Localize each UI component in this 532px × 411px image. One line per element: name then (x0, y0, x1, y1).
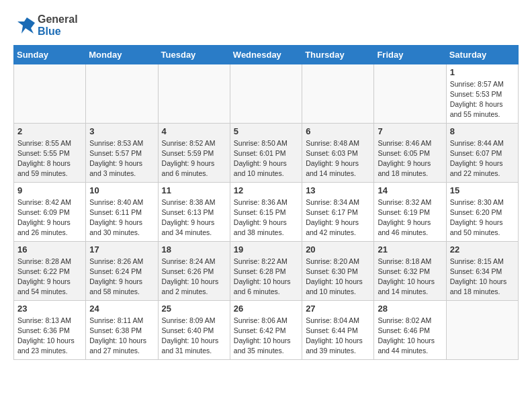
weekday-header-saturday: Saturday (446, 45, 518, 64)
day-info: Sunrise: 8:22 AM Sunset: 6:28 PM Dayligh… (234, 257, 298, 298)
calendar-cell: 9Sunrise: 8:42 AM Sunset: 6:09 PM Daylig… (14, 182, 86, 241)
day-number: 24 (89, 304, 154, 314)
day-number: 11 (162, 185, 226, 195)
page-header: General Blue (13, 13, 519, 38)
calendar-cell: 5Sunrise: 8:50 AM Sunset: 6:01 PM Daylig… (230, 123, 302, 182)
calendar-body: 1Sunrise: 8:57 AM Sunset: 5:53 PM Daylig… (14, 64, 519, 359)
weekday-header-thursday: Thursday (302, 45, 374, 64)
calendar-cell (302, 64, 374, 123)
day-info: Sunrise: 8:15 AM Sunset: 6:34 PM Dayligh… (450, 257, 515, 298)
day-info: Sunrise: 8:18 AM Sunset: 6:32 PM Dayligh… (378, 257, 442, 298)
logo-bird-icon (13, 15, 35, 36)
calendar-week-5: 23Sunrise: 8:13 AM Sunset: 6:36 PM Dayli… (14, 300, 519, 359)
day-info: Sunrise: 8:48 AM Sunset: 6:03 PM Dayligh… (306, 138, 370, 179)
day-number: 13 (306, 185, 370, 195)
calendar-cell: 12Sunrise: 8:36 AM Sunset: 6:15 PM Dayli… (230, 182, 302, 241)
calendar-week-2: 2Sunrise: 8:55 AM Sunset: 5:55 PM Daylig… (14, 123, 519, 182)
calendar-cell: 27Sunrise: 8:04 AM Sunset: 6:44 PM Dayli… (302, 300, 374, 359)
day-number: 19 (234, 244, 298, 255)
calendar-cell: 1Sunrise: 8:57 AM Sunset: 5:53 PM Daylig… (446, 64, 518, 123)
calendar-cell: 2Sunrise: 8:55 AM Sunset: 5:55 PM Daylig… (14, 123, 86, 182)
day-info: Sunrise: 8:04 AM Sunset: 6:44 PM Dayligh… (306, 316, 370, 357)
day-info: Sunrise: 8:42 AM Sunset: 6:09 PM Dayligh… (17, 197, 82, 238)
day-number: 22 (450, 244, 515, 255)
day-number: 4 (162, 126, 226, 136)
weekday-header-monday: Monday (86, 45, 158, 64)
calendar-cell (86, 64, 158, 123)
calendar-cell (374, 64, 446, 123)
day-number: 27 (306, 304, 370, 314)
calendar-table: SundayMondayTuesdayWednesdayThursdayFrid… (13, 45, 519, 360)
day-number: 12 (234, 185, 298, 195)
calendar-cell: 25Sunrise: 8:09 AM Sunset: 6:40 PM Dayli… (158, 300, 230, 359)
day-info: Sunrise: 8:24 AM Sunset: 6:26 PM Dayligh… (162, 257, 226, 298)
calendar-cell: 11Sunrise: 8:38 AM Sunset: 6:13 PM Dayli… (158, 182, 230, 241)
day-info: Sunrise: 8:28 AM Sunset: 6:22 PM Dayligh… (17, 257, 82, 298)
day-number: 5 (234, 126, 298, 136)
day-number: 16 (17, 244, 82, 255)
day-number: 10 (89, 185, 154, 195)
day-number: 28 (378, 304, 442, 314)
day-info: Sunrise: 8:06 AM Sunset: 6:42 PM Dayligh… (234, 316, 298, 357)
calendar-cell: 14Sunrise: 8:32 AM Sunset: 6:19 PM Dayli… (374, 182, 446, 241)
weekday-header-wednesday: Wednesday (230, 45, 302, 64)
weekday-header-tuesday: Tuesday (158, 45, 230, 64)
day-info: Sunrise: 8:57 AM Sunset: 5:53 PM Dayligh… (450, 79, 515, 120)
calendar-cell: 22Sunrise: 8:15 AM Sunset: 6:34 PM Dayli… (446, 241, 518, 300)
day-number: 21 (378, 244, 442, 255)
calendar-cell: 7Sunrise: 8:46 AM Sunset: 6:05 PM Daylig… (374, 123, 446, 182)
calendar-cell: 17Sunrise: 8:26 AM Sunset: 6:24 PM Dayli… (86, 241, 158, 300)
day-number: 18 (162, 244, 226, 255)
logo-combined: General Blue (13, 13, 78, 38)
day-number: 3 (89, 126, 154, 136)
calendar-cell: 21Sunrise: 8:18 AM Sunset: 6:32 PM Dayli… (374, 241, 446, 300)
day-info: Sunrise: 8:38 AM Sunset: 6:13 PM Dayligh… (162, 197, 226, 238)
calendar-cell: 28Sunrise: 8:02 AM Sunset: 6:46 PM Dayli… (374, 300, 446, 359)
day-info: Sunrise: 8:09 AM Sunset: 6:40 PM Dayligh… (162, 316, 226, 357)
day-info: Sunrise: 8:02 AM Sunset: 6:46 PM Dayligh… (378, 316, 442, 357)
day-number: 6 (306, 126, 370, 136)
calendar-cell: 26Sunrise: 8:06 AM Sunset: 6:42 PM Dayli… (230, 300, 302, 359)
day-number: 15 (450, 185, 515, 195)
day-info: Sunrise: 8:11 AM Sunset: 6:38 PM Dayligh… (89, 316, 154, 357)
calendar-cell: 20Sunrise: 8:20 AM Sunset: 6:30 PM Dayli… (302, 241, 374, 300)
calendar-cell: 19Sunrise: 8:22 AM Sunset: 6:28 PM Dayli… (230, 241, 302, 300)
calendar-cell: 15Sunrise: 8:30 AM Sunset: 6:20 PM Dayli… (446, 182, 518, 241)
day-info: Sunrise: 8:55 AM Sunset: 5:55 PM Dayligh… (17, 138, 82, 179)
calendar-week-1: 1Sunrise: 8:57 AM Sunset: 5:53 PM Daylig… (14, 64, 519, 123)
day-info: Sunrise: 8:50 AM Sunset: 6:01 PM Dayligh… (234, 138, 298, 179)
calendar-cell (14, 64, 86, 123)
day-info: Sunrise: 8:40 AM Sunset: 6:11 PM Dayligh… (89, 197, 154, 238)
calendar-cell: 18Sunrise: 8:24 AM Sunset: 6:26 PM Dayli… (158, 241, 230, 300)
calendar-cell: 6Sunrise: 8:48 AM Sunset: 6:03 PM Daylig… (302, 123, 374, 182)
calendar-cell: 23Sunrise: 8:13 AM Sunset: 6:36 PM Dayli… (14, 300, 86, 359)
weekday-header-friday: Friday (374, 45, 446, 64)
day-info: Sunrise: 8:30 AM Sunset: 6:20 PM Dayligh… (450, 197, 515, 238)
day-number: 23 (17, 304, 82, 314)
calendar-cell: 4Sunrise: 8:52 AM Sunset: 5:59 PM Daylig… (158, 123, 230, 182)
day-number: 2 (17, 126, 82, 136)
day-info: Sunrise: 8:44 AM Sunset: 6:07 PM Dayligh… (450, 138, 515, 179)
day-info: Sunrise: 8:13 AM Sunset: 6:36 PM Dayligh… (17, 316, 82, 357)
calendar-week-4: 16Sunrise: 8:28 AM Sunset: 6:22 PM Dayli… (14, 241, 519, 300)
calendar-cell (446, 300, 518, 359)
day-number: 7 (378, 126, 442, 136)
day-info: Sunrise: 8:36 AM Sunset: 6:15 PM Dayligh… (234, 197, 298, 238)
day-number: 25 (162, 304, 226, 314)
weekday-header-row: SundayMondayTuesdayWednesdayThursdayFrid… (14, 45, 519, 64)
calendar-header: SundayMondayTuesdayWednesdayThursdayFrid… (14, 45, 519, 64)
day-number: 1 (450, 67, 515, 77)
calendar-cell: 16Sunrise: 8:28 AM Sunset: 6:22 PM Dayli… (14, 241, 86, 300)
calendar-week-3: 9Sunrise: 8:42 AM Sunset: 6:09 PM Daylig… (14, 182, 519, 241)
day-number: 26 (234, 304, 298, 314)
logo-blue-text: Blue (38, 26, 78, 38)
weekday-header-sunday: Sunday (14, 45, 86, 64)
day-info: Sunrise: 8:34 AM Sunset: 6:17 PM Dayligh… (306, 197, 370, 238)
calendar-cell (230, 64, 302, 123)
day-number: 20 (306, 244, 370, 255)
svg-marker-0 (17, 17, 35, 34)
day-info: Sunrise: 8:20 AM Sunset: 6:30 PM Dayligh… (306, 257, 370, 298)
calendar-cell: 13Sunrise: 8:34 AM Sunset: 6:17 PM Dayli… (302, 182, 374, 241)
calendar-cell: 10Sunrise: 8:40 AM Sunset: 6:11 PM Dayli… (86, 182, 158, 241)
logo: General Blue (13, 13, 78, 38)
